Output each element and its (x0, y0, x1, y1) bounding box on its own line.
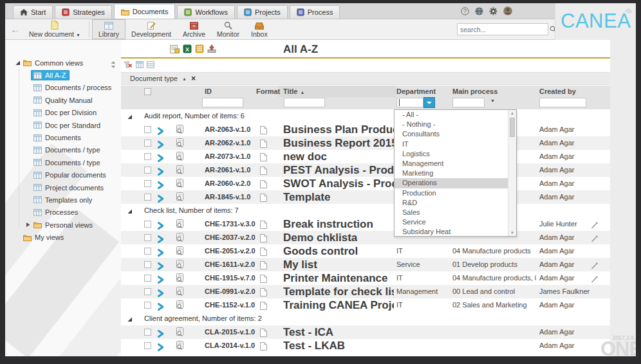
dropdown-option-r-d[interactable]: R&D (395, 198, 516, 208)
language-globe-icon[interactable] (475, 7, 483, 15)
sidebar-item-doc-per-division[interactable]: Doc per Division (9, 107, 120, 119)
back-arrow-button[interactable]: ← (10, 24, 20, 35)
sidebar-item-documents-type[interactable]: Documents / type (9, 156, 120, 168)
table-row[interactable]: CHE-1915-v.7.0 Printer Maintenance IT 04… (121, 271, 610, 285)
collapse-node-icon[interactable] (14, 60, 21, 66)
table-row[interactable]: AR-2061-v.1.0 PEST Analysis - Production… (121, 163, 610, 177)
table-row[interactable]: CLA-2014-v.1.0 Test - LKAB Adam Agar (121, 339, 610, 352)
department-dropdown-button[interactable] (423, 97, 435, 108)
import-icon[interactable] (207, 44, 216, 53)
filter-created-by-input[interactable] (539, 98, 586, 107)
column-header-title[interactable]: Title▲ (283, 87, 304, 95)
group-view-icon[interactable] (136, 61, 144, 69)
sidebar-item-documents-process[interactable]: Documents / process (9, 82, 120, 94)
sidebar-item-all-a-z[interactable]: All A-Z (9, 69, 120, 81)
column-header-created-by[interactable]: Created by (539, 87, 576, 95)
report-icon[interactable] (170, 44, 180, 53)
sidebar-item-doc-per-standard[interactable]: Doc per Standard (9, 119, 120, 131)
table-row[interactable]: AR-2060-v.2.0 SWOT Analysis - Production… (121, 177, 610, 190)
group-header-drawing[interactable]: Drawing, Number of items: 2 (121, 352, 610, 356)
row-checkbox[interactable] (144, 221, 151, 228)
filter-id-input[interactable] (202, 98, 243, 107)
sidebar-item-popular-documents[interactable]: Popular documents (9, 169, 120, 181)
table-row[interactable]: AR-1845-v.1.0 Template Adam Agar (121, 190, 610, 204)
row-checkbox[interactable] (144, 342, 151, 349)
dropdown-option-operations[interactable]: Operations (395, 178, 516, 188)
column-header-main-process[interactable]: Main process (452, 87, 497, 95)
row-checkbox[interactable] (144, 275, 151, 282)
dropdown-scrollbar[interactable]: ▲ ▼ (508, 110, 516, 236)
scroll-up-icon[interactable]: ▲ (508, 111, 516, 115)
row-checkbox[interactable] (144, 261, 151, 268)
collapse-group-icon[interactable] (127, 208, 133, 215)
sidebar-item-common-views[interactable]: Common views (9, 57, 120, 69)
ungroup-view-icon[interactable] (147, 61, 154, 69)
row-checkbox[interactable] (144, 288, 151, 295)
table-row[interactable]: CHE-1152-v.1.0 Training CANEA Projects 2… (121, 298, 610, 312)
settings-gear-icon[interactable] (489, 7, 497, 15)
group-header-check-list[interactable]: Check list, Number of items: 7 (121, 204, 610, 217)
row-checkbox[interactable] (144, 140, 151, 147)
row-checkbox[interactable] (144, 329, 151, 336)
tab-workflows[interactable]: Workflows (177, 5, 235, 19)
sidebar-item-templates-only[interactable]: Templates only (9, 194, 120, 206)
tree-sort-icon[interactable] (111, 59, 116, 71)
excel-export-icon[interactable]: X (183, 44, 192, 53)
tab-process[interactable]: Process (290, 5, 340, 19)
monitor-button[interactable]: Monitor (211, 19, 245, 39)
sidebar-item-documents-type[interactable]: Documents / type (9, 144, 120, 156)
column-header-id[interactable]: ID (205, 87, 212, 95)
table-row[interactable]: AR-2063-v.1.0 Business Plan Production A… (121, 123, 610, 136)
grouping-sort-icon[interactable]: ▲ (182, 77, 187, 81)
row-checkbox[interactable] (144, 234, 151, 241)
row-checkbox[interactable] (144, 126, 151, 133)
dropdown-option-nothing[interactable]: - Nothing - (395, 120, 516, 129)
select-all-checkbox[interactable] (144, 88, 151, 95)
main-process-dropdown-button[interactable]: ▼ (490, 98, 495, 103)
dropdown-option-management[interactable]: Management (395, 159, 516, 168)
search-input[interactable] (458, 26, 550, 33)
library-button[interactable]: Library (92, 19, 125, 39)
column-header-format[interactable]: Format (256, 87, 280, 95)
scroll-down-icon[interactable]: ▼ (508, 231, 516, 235)
row-checkbox[interactable] (144, 194, 151, 201)
dropdown-option-it[interactable]: IT (395, 140, 516, 149)
row-checkbox[interactable] (144, 248, 151, 255)
row-checkbox[interactable] (144, 167, 151, 174)
collapse-group-icon[interactable] (127, 316, 133, 323)
filter-title-input[interactable] (284, 98, 325, 107)
sidebar-item-documents[interactable]: Documents (9, 131, 120, 143)
dropdown-option-all[interactable]: - All - (395, 110, 516, 120)
remove-filter-icon[interactable] (124, 61, 133, 69)
new-document-button[interactable]: New document▼ (23, 19, 86, 39)
dropdown-option-production[interactable]: Production (395, 188, 516, 198)
dropdown-option-service[interactable]: Service (395, 217, 516, 227)
table-row[interactable]: AR-2062-v.1.0 Business Report 2015 Adam … (121, 136, 610, 150)
sidebar-item-processes[interactable]: Processes (9, 206, 120, 219)
table-row[interactable]: CLA-2015-v.1.0 Test - ICA Adam Agar (121, 325, 610, 339)
inbox-button[interactable]: Inbox (245, 19, 274, 39)
scrollbar-thumb[interactable] (510, 118, 515, 137)
filter-main-process-input[interactable] (452, 98, 485, 107)
dropdown-option-sales[interactable]: Sales (395, 208, 516, 217)
table-row[interactable]: CHE-2051-v.2.0 Goods control IT 04 Manuf… (121, 244, 610, 258)
collapse-group-icon[interactable] (127, 113, 133, 121)
development-button[interactable]: Development (125, 19, 177, 39)
group-header-client-agreement[interactable]: Client agreement, Number of items: 2 (121, 312, 610, 325)
row-checkbox[interactable] (144, 302, 151, 309)
tab-strategies[interactable]: Strategies (55, 5, 112, 19)
table-row[interactable]: CHE-1731-v.3.0 Break instruction Julie H… (121, 217, 610, 231)
help-icon[interactable]: ? (461, 7, 469, 15)
column-header-department[interactable]: Department (396, 87, 436, 95)
sidebar-item-quality-manual[interactable]: Quality Manual (9, 94, 120, 106)
tab-projects[interactable]: Projects (237, 5, 288, 19)
row-checkbox[interactable] (144, 180, 151, 187)
row-checkbox[interactable] (144, 153, 151, 160)
tab-start[interactable]: Start (13, 5, 53, 19)
sidebar-item-personal-views[interactable]: Personal views (9, 219, 120, 231)
expand-node-icon[interactable] (24, 222, 31, 228)
grouping-close-icon[interactable]: × (191, 75, 196, 82)
dropdown-option-consultants[interactable]: Consultants (395, 129, 516, 139)
dropdown-option-marketing[interactable]: Marketing (395, 168, 516, 178)
tab-documents[interactable]: Documents (114, 3, 176, 19)
